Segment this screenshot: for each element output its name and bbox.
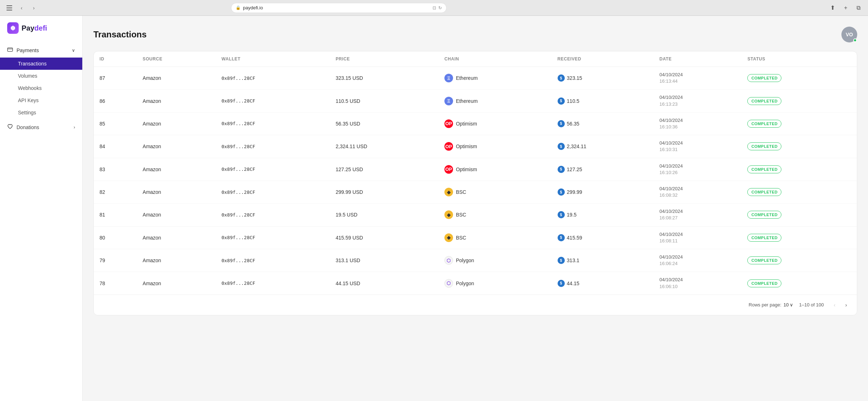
cell-wallet: 0x89f...28CF [216, 158, 330, 181]
cell-source: Amazon [137, 272, 216, 295]
cell-date: 04/10/2024 16:08:11 [654, 226, 742, 249]
sidebar-toggle-btn[interactable] [4, 3, 14, 13]
chain-icon: ◆ [444, 233, 453, 242]
chain-name: BSC [456, 189, 466, 195]
browser-controls: ‹ › [4, 3, 39, 13]
usdc-icon: $ [558, 97, 565, 105]
chain-name: Polygon [456, 281, 474, 286]
cell-wallet: 0x89f...28CF [216, 204, 330, 226]
cell-source: Amazon [137, 249, 216, 272]
chain-name: Optimism [456, 167, 477, 172]
prev-page-btn[interactable]: ‹ [830, 300, 840, 310]
address-bar[interactable]: 🔒 paydefi.io ⊡ ↻ [231, 3, 447, 13]
cell-chain: OP Optimism [439, 135, 552, 158]
time-value: 16:06:10 [659, 283, 736, 290]
cell-source: Amazon [137, 204, 216, 226]
time-value: 16:10:31 [659, 146, 736, 153]
time-value: 16:10:36 [659, 124, 736, 130]
payments-section-header[interactable]: Payments ∨ [0, 43, 82, 58]
cell-status: COMPLETED [742, 226, 857, 249]
date-value: 04/10/2024 [659, 231, 736, 238]
rows-per-page-value: 10 [784, 302, 789, 307]
next-page-btn[interactable]: › [841, 300, 851, 310]
cell-price: 299.99 USD [330, 181, 439, 203]
table-header: ID SOURCE WALLET PRICE CHAIN RECEIVED DA… [94, 51, 857, 67]
status-badge: COMPLETED [747, 279, 781, 287]
rows-per-page-control: Rows per page: 10 ∨ [749, 302, 794, 307]
cell-received: $ 323.15 [552, 67, 654, 90]
received-amount: 415.59 [567, 235, 582, 241]
payments-label: Payments [17, 47, 39, 53]
sidebar-item-volumes[interactable]: Volumes [0, 70, 82, 82]
cell-price: 313.1 USD [330, 249, 439, 272]
page-title: Transactions [93, 29, 147, 40]
back-btn[interactable]: ‹ [17, 3, 27, 13]
date-value: 04/10/2024 [659, 208, 736, 215]
payments-icon [7, 47, 13, 54]
sidebar-item-donations[interactable]: Donations › [0, 120, 82, 135]
cell-wallet: 0x89f...28CF [216, 135, 330, 158]
cell-status: COMPLETED [742, 249, 857, 272]
chain-icon: OP [444, 119, 453, 128]
cell-date: 04/10/2024 16:08:32 [654, 181, 742, 203]
cell-wallet: 0x89f...28CF [216, 181, 330, 203]
avatar-online-indicator [853, 38, 857, 42]
cell-status: COMPLETED [742, 67, 857, 90]
received-amount: 127.25 [567, 167, 582, 172]
cell-received: $ 19.5 [552, 204, 654, 226]
new-tab-btn[interactable]: + [841, 3, 851, 13]
cell-chain: Ξ Ethereum [439, 67, 552, 90]
col-header-id: ID [94, 51, 137, 67]
time-value: 16:08:11 [659, 238, 736, 244]
time-value: 16:06:24 [659, 260, 736, 267]
cell-wallet: 0x89f...28CF [216, 272, 330, 295]
received-amount: 110.5 [567, 98, 580, 104]
rows-per-page-label: Rows per page: [749, 302, 781, 307]
table-row: 78 Amazon 0x89f...28CF 44.15 USD ⬡ Polyg… [94, 272, 857, 295]
cell-status: COMPLETED [742, 272, 857, 295]
col-header-price: PRICE [330, 51, 439, 67]
refresh-icon[interactable]: ↻ [438, 5, 442, 10]
cell-price: 19.5 USD [330, 204, 439, 226]
status-badge: COMPLETED [747, 120, 781, 128]
received-amount: 323.15 [567, 75, 582, 81]
col-header-status: STATUS [742, 51, 857, 67]
chain-icon: OP [444, 165, 453, 174]
tabs-btn[interactable]: ⧉ [854, 3, 864, 13]
received-amount: 299.99 [567, 189, 582, 195]
cell-status: COMPLETED [742, 112, 857, 135]
sidebar-item-transactions[interactable]: Transactions [0, 58, 82, 70]
cell-chain: ◆ BSC [439, 181, 552, 203]
sidebar-item-settings[interactable]: Settings [0, 106, 82, 119]
date-value: 04/10/2024 [659, 277, 736, 283]
cell-status: COMPLETED [742, 90, 857, 112]
table-row: 81 Amazon 0x89f...28CF 19.5 USD ◆ BSC $ … [94, 204, 857, 226]
reader-mode-icon: ⊡ [433, 5, 436, 10]
sidebar-item-webhooks[interactable]: Webhooks [0, 82, 82, 94]
forward-btn[interactable]: › [29, 3, 39, 13]
received-amount: 313.1 [567, 258, 580, 263]
cell-source: Amazon [137, 90, 216, 112]
status-badge: COMPLETED [747, 165, 781, 173]
share-btn[interactable]: ⬆ [828, 3, 838, 13]
time-value: 16:08:32 [659, 192, 736, 199]
date-value: 04/10/2024 [659, 94, 736, 101]
api-keys-label: API Keys [18, 97, 39, 103]
sidebar-item-api-keys[interactable]: API Keys [0, 94, 82, 106]
cell-source: Amazon [137, 112, 216, 135]
cell-received: $ 299.99 [552, 181, 654, 203]
svg-rect-3 [8, 48, 13, 51]
cell-received: $ 56.35 [552, 112, 654, 135]
payments-chevron-icon: ∨ [72, 48, 75, 53]
date-value: 04/10/2024 [659, 163, 736, 169]
cell-chain: ◆ BSC [439, 226, 552, 249]
received-amount: 19.5 [567, 212, 577, 218]
col-header-source: SOURCE [137, 51, 216, 67]
avatar[interactable]: VO [841, 27, 857, 42]
transactions-table: ID SOURCE WALLET PRICE CHAIN RECEIVED DA… [94, 51, 857, 295]
chain-icon: Ξ [444, 97, 453, 105]
cell-price: 44.15 USD [330, 272, 439, 295]
rows-per-page-select[interactable]: 10 ∨ [784, 302, 793, 307]
cell-chain: ⬡ Polygon [439, 272, 552, 295]
donations-label: Donations [17, 124, 39, 130]
